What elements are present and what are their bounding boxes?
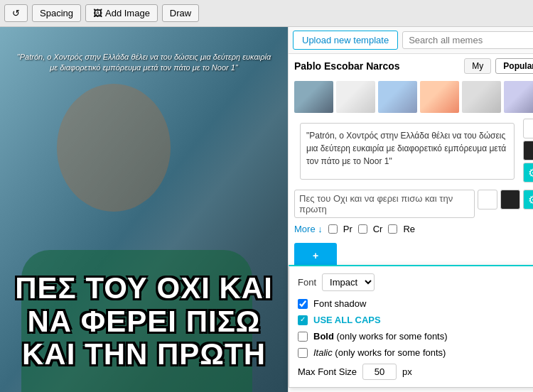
thumbnail-4[interactable]	[420, 81, 459, 113]
color-white-btn-1[interactable]	[523, 119, 533, 138]
checkbox-pr[interactable]	[328, 224, 338, 234]
font-shadow-label: Font shadow	[313, 298, 366, 309]
checkbox-cr[interactable]	[358, 224, 367, 234]
font-label: Font	[298, 277, 316, 288]
right-top-bar: Upload new template	[289, 27, 533, 54]
text-box-2-content: Πες του Οχι και να φερει πισω και την πρ…	[299, 193, 453, 214]
add-image-button[interactable]: 🖼 Add Image	[85, 4, 158, 22]
search-input[interactable]	[402, 31, 533, 49]
meme-canvas[interactable]: "Patrón, ο Χοντρός στην Ελλάδα θέλει να …	[0, 27, 288, 392]
thumbnail-6[interactable]	[504, 81, 533, 113]
font-shadow-checkbox[interactable]	[298, 299, 308, 309]
add-image-icon: 🖼	[93, 8, 102, 18]
font-size-input[interactable]	[362, 364, 397, 380]
checkbox-pr-label: Pr	[343, 224, 352, 234]
max-font-size-label: Max Font Size	[298, 366, 357, 377]
meme-top-text: "Patrón, ο Χοντρός στην Ελλάδα θέλει να …	[0, 52, 288, 74]
text-row-2: Πες του Οχι και να φερει πισω και την πρ…	[294, 190, 533, 218]
color-white-btn-2[interactable]	[478, 190, 497, 209]
add-image-label: Add Image	[105, 8, 150, 18]
settings-btn-2[interactable]: ⚙	[523, 190, 533, 209]
left-panel: "Patrón, ο Χοντρός στην Ελλάδα θέλει να …	[0, 27, 288, 392]
checkbox-re-label: Re	[403, 224, 415, 234]
bold-row: Bold (only works for some fonts)	[298, 331, 533, 342]
italic-label: Italic (only works for some fonts)	[313, 347, 446, 358]
reset-icon: ↺	[12, 8, 20, 18]
draw-label: Draw	[170, 8, 191, 18]
font-shadow-row: Font shadow	[298, 298, 533, 309]
meme-bottom-text: ΠΕΣ ΤΟΥ ΟΧΙ ΚΑΙ ΝΑ ΦΕΡΕΙ ΠΙΣΩ ΚΑΙ ΤΗΝ ΠΡ…	[0, 272, 288, 371]
text-box-1[interactable]: "Patrón, ο Χοντρός στην Ελλάδα θέλει να …	[300, 123, 515, 180]
spacing-button[interactable]: Spacing	[32, 4, 81, 22]
top-toolbar: ↺ Spacing 🖼 Add Image Draw	[0, 0, 533, 27]
thumbnail-1[interactable]	[294, 81, 333, 113]
checkbox-cr-label: Cr	[373, 224, 383, 234]
thumbnail-2[interactable]	[336, 81, 375, 113]
font-row: Font Impact	[298, 273, 533, 291]
use-all-caps-checkbox[interactable]	[298, 315, 308, 325]
text-box-2[interactable]: Πες του Οχι και να φερει πισω και την πρ…	[294, 190, 475, 218]
more-link[interactable]: More ↓	[294, 224, 323, 234]
bold-checkbox[interactable]	[298, 332, 308, 342]
bold-label: Bold (only works for some fonts)	[313, 331, 448, 342]
spacing-label: Spacing	[40, 8, 73, 18]
italic-checkbox[interactable]	[298, 348, 308, 358]
thumbnail-row	[289, 78, 533, 116]
tab-my[interactable]: My	[464, 58, 491, 74]
italic-row: Italic (only works for some fonts)	[298, 347, 533, 358]
reset-button[interactable]: ↺	[4, 4, 28, 22]
more-row: More ↓ Pr Cr Re	[289, 221, 533, 237]
font-select[interactable]: Impact	[322, 273, 375, 291]
checkbox-re[interactable]	[388, 224, 397, 234]
settings-btn-1[interactable]: ⚙	[523, 163, 533, 183]
thumbnail-3[interactable]	[378, 81, 417, 113]
template-name: Pablo Escobar Narcos	[294, 60, 460, 72]
color-black-btn-2[interactable]	[500, 190, 520, 209]
font-size-row: Max Font Size px	[298, 364, 533, 380]
upload-template-button[interactable]: Upload new template	[293, 31, 398, 50]
main-area: "Patrón, ο Χοντρός στην Ελλάδα θέλει να …	[0, 27, 533, 392]
use-all-caps-label: USE ALL CAPS	[313, 315, 381, 325]
thumbnail-5[interactable]	[462, 81, 501, 113]
draw-button[interactable]: Draw	[162, 4, 199, 22]
px-label: px	[402, 366, 412, 377]
font-settings-panel: Font Impact Font shadow USE ALL CAPS Bol…	[289, 265, 533, 388]
color-black-btn-1[interactable]	[523, 141, 533, 160]
use-all-caps-row: USE ALL CAPS	[298, 315, 533, 325]
tab-popular[interactable]: Popular	[495, 58, 533, 74]
template-title-row: Pablo Escobar Narcos My Popular	[289, 54, 533, 78]
right-panel: Upload new template Pablo Escobar Narcos…	[288, 27, 533, 392]
